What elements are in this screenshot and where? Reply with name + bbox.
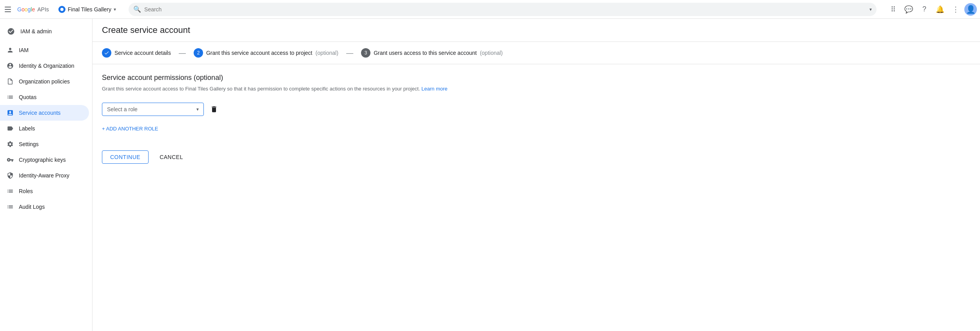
project-name: Final Tiles Gallery [68, 6, 111, 13]
main-content: Create service account Service account d… [93, 19, 980, 331]
form-section-title: Service account permissions (optional) [102, 74, 971, 82]
action-buttons: CONTINUE CANCEL [102, 147, 971, 164]
sidebar-item-iam[interactable]: IAM [0, 42, 89, 58]
google-g: Google [17, 6, 35, 13]
sidebar-item-settings[interactable]: Settings [0, 136, 89, 152]
step-2-optional: (optional) [316, 50, 338, 56]
delete-role-button[interactable] [207, 102, 221, 116]
service-accounts-icon [6, 109, 14, 117]
user-avatar[interactable]: 👤 [964, 3, 977, 16]
project-selector[interactable]: Final Tiles Gallery ▾ [55, 4, 119, 14]
audit-logs-icon [6, 203, 14, 211]
role-select-placeholder: Select a role [107, 106, 138, 112]
step-3-label: Grant users access to this service accou… [374, 50, 477, 56]
org-policies-icon [6, 78, 14, 85]
sidebar: IAM & admin IAM Identity & Organization … [0, 19, 93, 331]
sidebar-item-identity-proxy[interactable]: Identity-Aware Proxy [0, 168, 89, 183]
sidebar-item-identity-proxy-label: Identity-Aware Proxy [19, 172, 69, 179]
add-role-label: + ADD ANOTHER ROLE [102, 126, 158, 132]
apps-icon-button[interactable]: ⠿ [886, 2, 900, 16]
sidebar-item-quotas[interactable]: Quotas [0, 89, 89, 105]
step-1: Service account details [102, 48, 171, 58]
sidebar-item-org-policies-label: Organization policies [19, 78, 70, 85]
sidebar-item-labels-label: Labels [19, 125, 35, 132]
settings-icon [6, 140, 14, 148]
iam-icon [6, 46, 14, 54]
notifications-icon-button[interactable]: 🔔 [933, 2, 947, 16]
step-2: 2 Grant this service account access to p… [194, 48, 338, 58]
sidebar-item-quotas-label: Quotas [19, 94, 36, 100]
learn-more-link[interactable]: Learn more [421, 86, 447, 92]
page-title: Create service account [102, 25, 971, 35]
iam-admin-icon [6, 27, 16, 36]
sidebar-header: IAM & admin [0, 22, 92, 41]
sidebar-item-identity[interactable]: Identity & Organization [0, 58, 89, 74]
identity-proxy-icon [6, 172, 14, 179]
project-dot-icon [58, 6, 65, 13]
stepper: Service account details — 2 Grant this s… [93, 42, 980, 64]
sidebar-item-iam-label: IAM [19, 47, 29, 53]
form-desc-text: Grant this service account access to Fin… [102, 86, 421, 92]
step-1-badge [102, 48, 111, 58]
role-select-arrow-icon: ▾ [196, 107, 199, 112]
sidebar-item-labels[interactable]: Labels [0, 121, 89, 136]
more-options-icon-button[interactable]: ⋮ [949, 2, 963, 16]
sidebar-item-settings-label: Settings [19, 141, 39, 147]
step-2-badge: 2 [194, 48, 203, 58]
content-header: Create service account [93, 19, 980, 42]
sidebar-item-org-policies[interactable]: Organization policies [0, 74, 89, 89]
search-dropdown-icon[interactable]: ▾ [869, 7, 872, 12]
identity-icon [6, 62, 14, 70]
step-3-optional: (optional) [480, 50, 503, 56]
quotas-icon [6, 93, 14, 101]
step-3-badge: 3 [361, 48, 370, 58]
sidebar-item-roles[interactable]: Roles [0, 183, 89, 199]
step-2-label: Grant this service account access to pro… [206, 50, 312, 56]
sidebar-item-audit-logs-label: Audit Logs [19, 204, 45, 210]
role-row: Select a role ▾ [102, 102, 971, 116]
google-apis-logo[interactable]: Google APIs [17, 6, 49, 13]
help-icon-button[interactable]: ? [917, 2, 931, 16]
search-input[interactable] [129, 3, 877, 16]
continue-button[interactable]: CONTINUE [102, 150, 149, 164]
step-separator-1: — [179, 49, 186, 57]
sidebar-item-service-accounts-label: Service accounts [19, 110, 61, 116]
sidebar-item-service-accounts[interactable]: Service accounts [0, 105, 89, 121]
sidebar-header-title: IAM & admin [20, 28, 52, 34]
labels-icon [6, 125, 14, 132]
sidebar-item-roles-label: Roles [19, 188, 33, 194]
top-nav: Google APIs Final Tiles Gallery ▾ 🔍 ▾ ⠿ … [0, 0, 980, 19]
sidebar-item-identity-label: Identity & Organization [19, 63, 74, 69]
crypto-keys-icon [6, 156, 14, 164]
nav-right-icons: ⠿ 💬 ? 🔔 ⋮ 👤 [886, 2, 977, 16]
step-3: 3 Grant users access to this service acc… [361, 48, 503, 58]
step-separator-2: — [346, 49, 353, 57]
sidebar-item-crypto-keys[interactable]: Cryptographic keys [0, 152, 89, 168]
hamburger-menu[interactable] [3, 5, 13, 14]
roles-icon [6, 187, 14, 195]
step-1-label: Service account details [114, 50, 171, 56]
apis-text: APIs [37, 6, 49, 13]
sidebar-item-audit-logs[interactable]: Audit Logs [0, 199, 89, 215]
search-bar: 🔍 ▾ [129, 3, 877, 16]
form-section-desc: Grant this service account access to Fin… [102, 85, 971, 93]
form-area: Service account permissions (optional) G… [93, 64, 980, 173]
main-layout: IAM & admin IAM Identity & Organization … [0, 19, 980, 331]
search-icon: 🔍 [133, 5, 141, 13]
add-another-role-button[interactable]: + ADD ANOTHER ROLE [102, 123, 971, 135]
project-dropdown-arrow: ▾ [114, 7, 116, 12]
support-icon-button[interactable]: 💬 [902, 2, 916, 16]
sidebar-item-crypto-keys-label: Cryptographic keys [19, 157, 66, 163]
cancel-button[interactable]: CANCEL [152, 151, 191, 163]
role-select-dropdown[interactable]: Select a role ▾ [102, 103, 204, 116]
